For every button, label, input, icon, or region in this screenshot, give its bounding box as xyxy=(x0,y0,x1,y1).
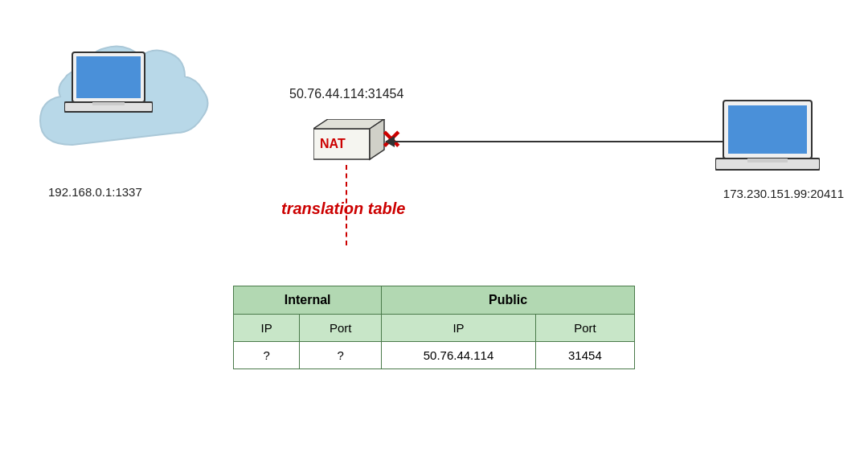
nat-ip-label: 50.76.44.114:31454 xyxy=(289,87,403,101)
nat-box: NAT xyxy=(313,119,386,163)
table-cell-internal_port: ? xyxy=(300,342,382,369)
translation-table-label: translation table xyxy=(281,200,405,218)
laptop-internal xyxy=(64,48,153,121)
svg-rect-1 xyxy=(76,56,141,98)
svg-text:NAT: NAT xyxy=(320,137,346,150)
header-internal: Internal xyxy=(234,286,382,315)
col-internal-ip: IP xyxy=(234,315,300,342)
connection-arrow xyxy=(386,141,764,142)
header-public: Public xyxy=(382,286,635,315)
table-cell-public_ip: 50.76.44.114 xyxy=(382,342,536,369)
svg-rect-9 xyxy=(728,105,807,154)
table-row: ??50.76.44.11431454 xyxy=(234,342,635,369)
col-public-ip: IP xyxy=(382,315,536,342)
svg-rect-3 xyxy=(92,102,125,105)
diagram-container: 192.168.0.1:1337 50.76.44.114:31454 NAT … xyxy=(0,0,868,457)
col-public-port: Port xyxy=(535,315,634,342)
right-ip-label: 173.230.151.99:20411 xyxy=(723,187,844,200)
laptop-external xyxy=(715,97,820,177)
table-cell-public_port: 31454 xyxy=(535,342,634,369)
col-internal-port: Port xyxy=(300,315,382,342)
table-cell-internal_ip: ? xyxy=(234,342,300,369)
left-ip-label: 192.168.0.1:1337 xyxy=(48,185,142,199)
svg-rect-11 xyxy=(747,159,788,163)
translation-table: Internal Public IP Port IP Port ??50.76.… xyxy=(233,286,635,369)
